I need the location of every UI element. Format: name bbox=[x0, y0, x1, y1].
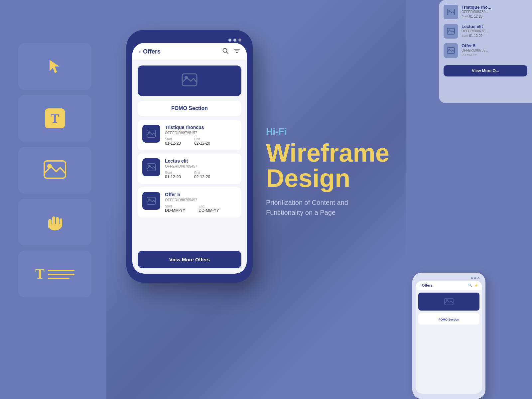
panel-offer-name-1: Tristique rho... bbox=[462, 5, 527, 10]
panel-date-label-3: DD-MM-YY bbox=[462, 53, 477, 57]
view-more-button[interactable]: View More Offers bbox=[138, 251, 241, 268]
hand-tool[interactable] bbox=[18, 199, 91, 245]
image-icon bbox=[44, 160, 66, 180]
panel-offer-2[interactable]: Lectus elit OFFERID88789... Start 01-12-… bbox=[444, 24, 527, 39]
offer-name-3: Offer 5 bbox=[165, 192, 237, 197]
wireframe-line2: Design bbox=[266, 164, 350, 192]
offer-info-1: Tristique rhoncus OFFERID98765457 Start … bbox=[165, 125, 237, 146]
panel-thumb-1 bbox=[444, 5, 458, 19]
panel-thumb-3 bbox=[444, 43, 458, 58]
text-icon: T bbox=[45, 108, 65, 128]
start-date-1: Start 01-12-20 bbox=[165, 137, 181, 146]
offer-name-2: Lectus elit bbox=[165, 158, 237, 164]
right-panel: Tristique rho... OFFERID88789... Start 0… bbox=[439, 0, 532, 103]
screen-header: ‹ Offers bbox=[132, 43, 247, 61]
screen-title: Offers bbox=[143, 48, 161, 55]
end-label-3: End bbox=[199, 204, 219, 208]
start-value-1: 01-12-20 bbox=[165, 141, 181, 146]
panel-date-label-1: Start bbox=[462, 15, 468, 18]
offer-card-3[interactable]: Offer 5 OFFERID98765457 Start DD-MM-YY E… bbox=[138, 187, 241, 217]
end-value-3: DD-MM-YY bbox=[199, 208, 219, 213]
offer-dates-2: Start 01-12-20 End 02-12-20 bbox=[165, 171, 237, 179]
small-dot-2 bbox=[474, 277, 476, 279]
end-value-2: 02-12-20 bbox=[194, 175, 210, 179]
small-status-bar bbox=[416, 276, 482, 281]
panel-offer-info-1: Tristique rho... OFFERID88789... Start 0… bbox=[462, 5, 527, 18]
small-dot-3 bbox=[477, 277, 479, 279]
start-label-1: Start bbox=[165, 137, 181, 141]
offer-id-3: OFFERID98765457 bbox=[165, 198, 237, 202]
small-filter-icon[interactable]: ⚡ bbox=[474, 284, 478, 287]
panel-offer-name-2: Lectus elit bbox=[462, 24, 527, 29]
panel-offer-name-3: Offer 5 bbox=[462, 43, 527, 48]
fomo-banner-icon bbox=[182, 73, 198, 89]
start-label-3: Start bbox=[165, 204, 185, 208]
panel-offer-info-2: Lectus elit OFFERID88789... Start 01-12-… bbox=[462, 24, 527, 38]
end-date-1: End 02-12-20 bbox=[194, 137, 210, 146]
hand-icon bbox=[46, 212, 64, 232]
panel-view-more-button[interactable]: View More O... bbox=[444, 65, 527, 76]
end-label-2: End bbox=[194, 171, 210, 175]
text-tool[interactable]: T bbox=[18, 95, 91, 142]
end-value-1: 02-12-20 bbox=[194, 141, 210, 146]
textpara-tool[interactable]: T bbox=[18, 251, 91, 297]
back-arrow-icon[interactable]: ‹ bbox=[139, 48, 141, 55]
panel-date-val-1: 01-12-20 bbox=[469, 15, 482, 18]
offer-id-1: OFFERID98765457 bbox=[165, 131, 237, 135]
panel-offer-3[interactable]: Offer 5 OFFERID88789... DD-MM-YY bbox=[444, 43, 527, 58]
end-date-3: End DD-MM-YY bbox=[199, 204, 219, 213]
small-screen-header: ‹ Offers 🔍 ⚡ bbox=[416, 281, 482, 290]
panel-date-3: DD-MM-YY bbox=[462, 53, 527, 57]
cursor-icon bbox=[48, 59, 62, 74]
small-search-icon[interactable]: 🔍 bbox=[468, 284, 472, 287]
panel-date-1: Start 01-12-20 bbox=[462, 15, 527, 18]
panel-offer-id-1: OFFERID88789... bbox=[462, 10, 527, 14]
wireframe-line1: Wireframe bbox=[266, 139, 389, 167]
offers-list: Tristique rhoncus OFFERID98765457 Start … bbox=[132, 116, 247, 249]
hifi-label: Hi-Fi bbox=[266, 126, 389, 137]
offer-card-1[interactable]: Tristique rhoncus OFFERID98765457 Start … bbox=[138, 120, 241, 150]
subtitle-text: Prioritization of Content and Functional… bbox=[266, 198, 379, 217]
svg-line-7 bbox=[226, 52, 228, 54]
end-label-1: End bbox=[194, 137, 210, 141]
small-fomo-label: FOMO Section bbox=[439, 318, 459, 321]
wireframe-title: Wireframe Design bbox=[266, 140, 389, 191]
small-header-icons: 🔍 ⚡ bbox=[468, 284, 478, 287]
offer-thumb-2 bbox=[142, 158, 160, 176]
fomo-banner bbox=[138, 66, 241, 96]
search-icon[interactable] bbox=[222, 48, 229, 56]
start-value-2: 01-12-20 bbox=[165, 175, 181, 179]
offer-info-3: Offer 5 OFFERID98765457 Start DD-MM-YY E… bbox=[165, 192, 237, 213]
image-tool[interactable] bbox=[18, 147, 91, 194]
start-value-3: DD-MM-YY bbox=[165, 208, 185, 213]
offer-card-2[interactable]: Lectus elit OFFERID98765457 Start 01-12-… bbox=[138, 154, 241, 184]
header-icons bbox=[222, 48, 240, 56]
small-screen: ‹ Offers 🔍 ⚡ FOMO Section bbox=[416, 281, 482, 394]
phone-main: ‹ Offers bbox=[126, 30, 253, 283]
phone-outer: ‹ Offers bbox=[126, 30, 253, 283]
offer-thumb-3 bbox=[142, 192, 160, 210]
start-date-2: Start 01-12-20 bbox=[165, 171, 181, 179]
offer-dates-1: Start 01-12-20 End 02-12-20 bbox=[165, 137, 237, 146]
offer-info-2: Lectus elit OFFERID98765457 Start 01-12-… bbox=[165, 158, 237, 179]
offer-name-1: Tristique rhoncus bbox=[165, 125, 237, 130]
right-text-section: Hi-Fi Wireframe Design Prioritization of… bbox=[266, 126, 389, 217]
offer-dates-3: Start DD-MM-YY End DD-MM-YY bbox=[165, 204, 237, 213]
panel-date-val-2: 01-12-20 bbox=[469, 34, 482, 38]
phone-screen: ‹ Offers bbox=[132, 43, 247, 274]
offer-id-2: OFFERID98765457 bbox=[165, 164, 237, 168]
fomo-label: FOMO Section bbox=[171, 105, 208, 111]
panel-offer-id-2: OFFERID88789... bbox=[462, 29, 527, 33]
filter-icon[interactable] bbox=[233, 48, 240, 56]
textpara-icon: T bbox=[35, 267, 74, 281]
status-dot-1 bbox=[228, 39, 231, 42]
start-label-2: Start bbox=[165, 171, 181, 175]
panel-offer-1[interactable]: Tristique rho... OFFERID88789... Start 0… bbox=[444, 5, 527, 19]
panel-date-2: Start 01-12-20 bbox=[462, 34, 527, 38]
end-date-2: End 02-12-20 bbox=[194, 171, 210, 179]
offer-thumb-1 bbox=[142, 125, 160, 143]
cursor-tool[interactable] bbox=[18, 43, 91, 90]
small-back-label[interactable]: ‹ Offers bbox=[420, 283, 433, 287]
panel-thumb-2 bbox=[444, 24, 458, 39]
header-left: ‹ Offers bbox=[139, 48, 161, 55]
